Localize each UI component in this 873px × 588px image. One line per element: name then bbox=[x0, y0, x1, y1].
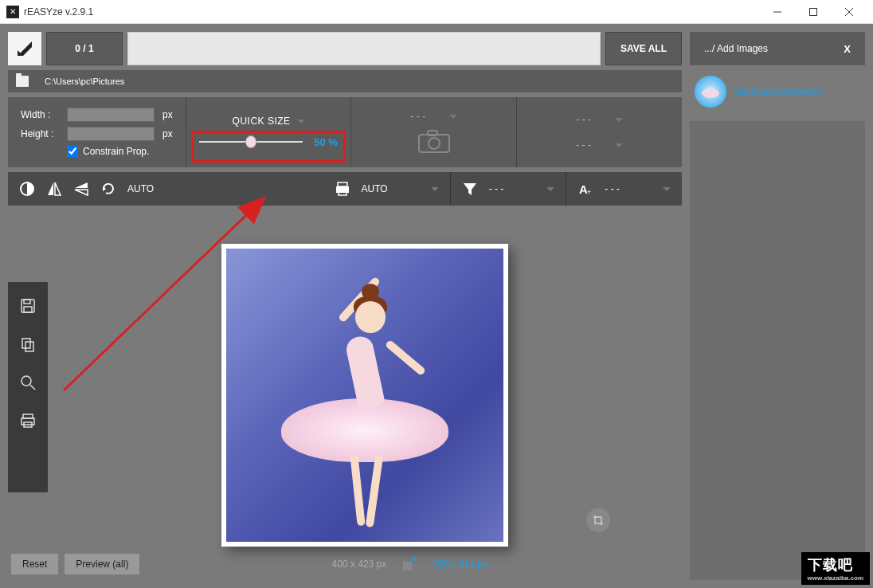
reset-button[interactable]: Reset bbox=[11, 554, 58, 574]
right-panel: .../ Add Images X t01c88a263b9f4e4b00 bbox=[690, 32, 865, 580]
main-column: 0 / 1 SAVE ALL C:\Users\pc\Pictures Widt… bbox=[8, 32, 682, 580]
maximize-button[interactable] bbox=[795, 1, 831, 23]
save-icon[interactable] bbox=[18, 296, 37, 316]
height-input[interactable] bbox=[67, 127, 155, 141]
snapshot-box[interactable]: - - - bbox=[351, 97, 517, 167]
size-inputs-box: Width : px Height : px Constrain Prop. bbox=[8, 97, 186, 167]
path-row: C:\Users\pc\Pictures bbox=[8, 70, 682, 92]
chevron-down-icon[interactable] bbox=[663, 187, 671, 191]
slider-thumb[interactable] bbox=[245, 135, 256, 148]
window-controls bbox=[759, 1, 867, 23]
rotate-label: AUTO bbox=[127, 183, 154, 194]
original-dimensions: 400 x 423 px bbox=[332, 559, 387, 570]
brightness-icon[interactable] bbox=[19, 181, 35, 197]
extra-box[interactable]: - - - - - - bbox=[517, 97, 682, 167]
titlebar: ✕ rEASYze v.2.9.1 bbox=[0, 0, 873, 24]
app-icon[interactable] bbox=[8, 32, 41, 65]
minimize-button[interactable] bbox=[759, 1, 795, 23]
svg-line-27 bbox=[30, 385, 35, 390]
svg-point-7 bbox=[429, 138, 440, 149]
bottom-row: Reset Preview (all) 400 x 423 px 200 x 2… bbox=[8, 548, 682, 580]
preview-all-button[interactable]: Preview (all) bbox=[65, 554, 139, 574]
height-unit: px bbox=[162, 128, 173, 139]
watermark-text: 下载吧 bbox=[808, 557, 853, 573]
filter-label: - - - bbox=[489, 183, 504, 194]
crop-button[interactable] bbox=[586, 508, 610, 532]
print-icon[interactable] bbox=[18, 411, 37, 430]
chevron-down-icon[interactable] bbox=[431, 187, 439, 191]
svg-rect-8 bbox=[428, 131, 437, 135]
svg-marker-12 bbox=[75, 182, 88, 188]
svg-rect-1 bbox=[809, 8, 816, 15]
queue-area[interactable] bbox=[690, 121, 865, 580]
copy-icon[interactable] bbox=[18, 335, 37, 354]
title-input[interactable] bbox=[127, 32, 601, 65]
svg-marker-11 bbox=[55, 182, 61, 195]
svg-rect-15 bbox=[338, 182, 347, 186]
svg-point-26 bbox=[22, 376, 31, 386]
constrain-label: Constrain Prop. bbox=[83, 146, 149, 157]
printer-icon[interactable] bbox=[335, 181, 350, 197]
thumbnail-row[interactable]: t01c88a263b9f4e4b00 bbox=[690, 73, 865, 110]
add-images-button[interactable]: .../ Add Images bbox=[704, 43, 768, 54]
svg-marker-10 bbox=[48, 182, 53, 195]
svg-marker-13 bbox=[75, 190, 88, 195]
app-logo-icon: ✕ bbox=[6, 6, 19, 18]
thumbnail-name: t01c88a263b9f4e4b00 bbox=[734, 87, 822, 96]
quick-size-box: QUICK SIZE 50 % bbox=[186, 97, 352, 167]
chevron-down-icon[interactable] bbox=[297, 120, 305, 123]
constrain-checkbox[interactable] bbox=[67, 146, 78, 157]
flip-horizontal-icon[interactable] bbox=[46, 181, 62, 197]
width-unit: px bbox=[162, 109, 173, 120]
thumbnail-icon[interactable] bbox=[695, 76, 726, 108]
extra-dash-2: - - - bbox=[576, 139, 591, 151]
width-label: Width : bbox=[21, 109, 62, 120]
svg-rect-22 bbox=[24, 300, 30, 304]
close-window-button[interactable] bbox=[831, 1, 867, 23]
flip-vertical-icon[interactable] bbox=[73, 181, 89, 197]
chevron-down-icon[interactable] bbox=[615, 118, 623, 122]
folder-path: C:\Users\pc\Pictures bbox=[45, 76, 124, 86]
camera-icon bbox=[417, 128, 451, 154]
svg-rect-24 bbox=[22, 339, 30, 348]
chevron-down-icon[interactable] bbox=[449, 115, 457, 119]
extra-dash: - - - bbox=[576, 114, 591, 125]
watermark: 下载吧 www.xiazaiba.com bbox=[801, 552, 870, 585]
preview-area: Reset Preview (all) 400 x 423 px 200 x 2… bbox=[8, 210, 682, 580]
chevron-down-icon[interactable] bbox=[546, 187, 554, 191]
filter-icon[interactable] bbox=[462, 181, 478, 197]
folder-icon[interactable] bbox=[16, 76, 29, 87]
scale-icon bbox=[402, 557, 417, 571]
zoom-icon[interactable] bbox=[18, 373, 37, 392]
svg-text:+: + bbox=[587, 188, 591, 196]
close-panel-button[interactable]: X bbox=[844, 43, 851, 55]
text-label: - - - bbox=[605, 183, 620, 194]
watermark-url: www.xiazaiba.com bbox=[808, 574, 863, 582]
snapshot-dash: - - - bbox=[411, 111, 426, 122]
print-label: AUTO bbox=[362, 183, 388, 194]
dimensions-bar: Width : px Height : px Constrain Prop. Q… bbox=[8, 97, 682, 167]
right-panel-header: .../ Add Images X bbox=[690, 32, 865, 65]
new-dimensions: 200 x 211 px bbox=[433, 559, 487, 570]
app-body: 0 / 1 SAVE ALL C:\Users\pc\Pictures Widt… bbox=[0, 24, 873, 588]
chevron-down-icon[interactable] bbox=[615, 143, 623, 147]
svg-rect-25 bbox=[25, 342, 33, 351]
image-counter: 0 / 1 bbox=[46, 32, 123, 65]
quick-size-label: QUICK SIZE bbox=[233, 116, 291, 127]
add-text-icon[interactable]: A+ bbox=[577, 181, 593, 197]
tools-row: AUTO AUTO - - - A+ - - - bbox=[8, 172, 682, 206]
save-all-button[interactable]: SAVE ALL bbox=[605, 32, 682, 65]
window-title: rEASYze v.2.9.1 bbox=[24, 6, 93, 18]
side-tools bbox=[8, 282, 48, 492]
canvas bbox=[48, 210, 682, 580]
svg-rect-23 bbox=[24, 307, 32, 312]
quick-size-value: 50 % bbox=[314, 136, 338, 148]
top-row: 0 / 1 SAVE ALL bbox=[8, 32, 682, 65]
height-label: Height : bbox=[21, 128, 62, 139]
svg-marker-18 bbox=[464, 183, 476, 195]
width-input[interactable] bbox=[67, 108, 155, 122]
rotate-icon[interactable] bbox=[100, 181, 116, 197]
quick-size-slider[interactable] bbox=[199, 135, 303, 149]
image-preview[interactable] bbox=[221, 244, 508, 547]
